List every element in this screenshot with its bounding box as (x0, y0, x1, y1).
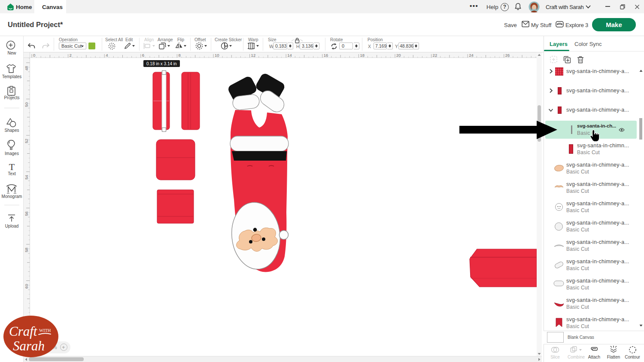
svg-text:26: 26 (505, 53, 510, 58)
svg-text:24: 24 (469, 53, 474, 58)
svg-text:12: 12 (251, 53, 256, 58)
svg-text:Craft: Craft (9, 324, 38, 339)
svg-text:0.18 in x 3.14 in: 0.18 in x 3.14 in (146, 61, 177, 66)
svg-text:6: 6 (142, 53, 144, 58)
svg-text:Sarah: Sarah (13, 338, 45, 353)
svg-text:18: 18 (360, 53, 365, 58)
svg-text:16: 16 (324, 53, 328, 58)
svg-text:2: 2 (70, 53, 72, 58)
svg-text:10: 10 (215, 53, 219, 58)
svg-text:14: 14 (287, 53, 292, 58)
svg-text:22: 22 (433, 53, 437, 58)
svg-text:0: 0 (33, 53, 35, 58)
svg-text:WITH: WITH (39, 328, 51, 333)
svg-text:4: 4 (106, 53, 108, 58)
svg-text:20: 20 (396, 53, 401, 58)
svg-text:8: 8 (178, 53, 180, 58)
